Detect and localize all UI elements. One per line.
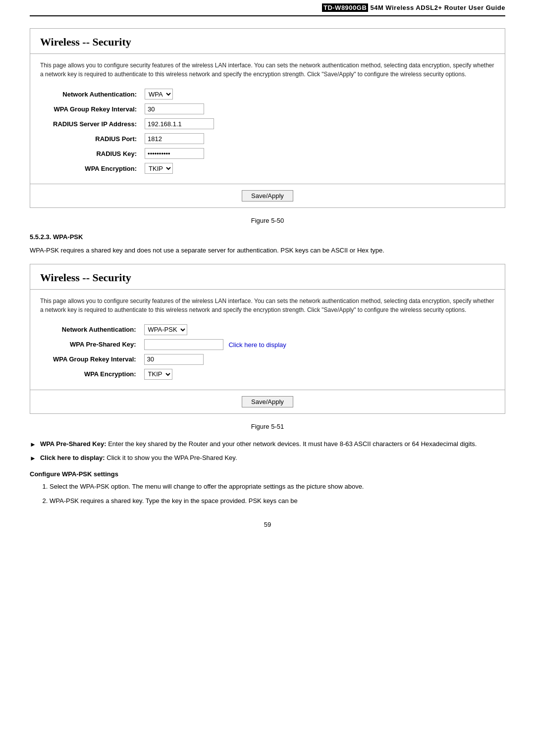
figure-caption-2: Figure 5-51 <box>30 423 505 430</box>
list-item: WPA-PSK requires a shared key. Type the … <box>50 496 505 506</box>
ordered-list: Select the WPA-PSK option. The menu will… <box>30 482 505 506</box>
field-input-wpa-enc2[interactable]: TKIP <box>141 367 289 382</box>
radius-port-input[interactable] <box>145 133 204 144</box>
page-wrapper: TD-W8900GB 54M Wireless ADSL2+ Router Us… <box>0 0 535 756</box>
field-label-radius-port: RADIUS Port: <box>50 131 142 146</box>
list-item: Select the WPA-PSK option. The menu will… <box>50 482 505 492</box>
wpa-enc-select[interactable]: TKIP <box>145 163 173 174</box>
card1-description: This page allows you to configure securi… <box>40 61 495 79</box>
table-row: WPA Group Rekey Interval: <box>50 101 217 116</box>
table-row: RADIUS Key: <box>50 146 217 161</box>
field-input-rekey[interactable] <box>142 101 217 116</box>
bullet-list: ► WPA Pre-Shared Key: Enter the key shar… <box>30 439 505 463</box>
field-input-radius-ip[interactable] <box>142 116 217 131</box>
configure-heading: Configure WPA-PSK settings <box>30 470 505 478</box>
section-paragraph-wpapsk: WPA-PSK requires a shared key and does n… <box>30 246 505 256</box>
field-label-radius-ip: RADIUS Server IP Address: <box>50 116 142 131</box>
rekey2-input[interactable] <box>144 354 204 365</box>
card2-title: Wireless -- Security <box>30 264 505 290</box>
form-table-1: Network Authentication: WPA WPA Group Re… <box>50 87 217 176</box>
security-card-2: Wireless -- Security This page allows yo… <box>30 264 505 414</box>
form-table-2: Network Authentication: WPA-PSK WPA Pre-… <box>50 322 289 382</box>
save-apply-button-2[interactable]: Save/Apply <box>242 396 293 407</box>
radius-key-input[interactable] <box>145 148 204 159</box>
list-item: ► WPA Pre-Shared Key: Enter the key shar… <box>30 439 505 450</box>
field-input-rekey2[interactable] <box>141 352 289 367</box>
field-label-wpa-enc: WPA Encryption: <box>50 161 142 176</box>
table-row: RADIUS Server IP Address: <box>50 116 217 131</box>
figure-caption-1: Figure 5-50 <box>30 217 505 224</box>
field-label-preshared: WPA Pre-Shared Key: <box>50 337 141 352</box>
field-label-net-auth: Network Authentication: <box>50 87 142 101</box>
bullet-text-1: WPA Pre-Shared Key: Enter the key shared… <box>40 439 477 449</box>
field-input-radius-port[interactable] <box>142 131 217 146</box>
field-input-net-auth[interactable]: WPA <box>142 87 217 101</box>
bullet-text-2: Click here to display: Click it to show … <box>40 453 237 463</box>
table-row: WPA Pre-Shared Key: Click here to displa… <box>50 337 289 352</box>
card2-body: This page allows you to configure securi… <box>30 290 505 390</box>
wpa-enc2-select[interactable]: TKIP <box>144 369 172 380</box>
table-row: WPA Group Rekey Interval: <box>50 352 289 367</box>
header-text: TD-W8900GB 54M Wireless ADSL2+ Router Us… <box>322 3 505 12</box>
preshared-key-input[interactable] <box>144 339 223 350</box>
security-card-1: Wireless -- Security This page allows yo… <box>30 28 505 208</box>
card2-description: This page allows you to configure securi… <box>40 297 495 314</box>
rekey-input[interactable] <box>145 103 204 114</box>
field-label-wpa-enc2: WPA Encryption: <box>50 367 141 382</box>
field-input-radius-key[interactable] <box>142 146 217 161</box>
save-apply-row-1: Save/Apply <box>30 184 505 207</box>
radius-ip-input[interactable] <box>145 118 214 129</box>
top-header: TD-W8900GB 54M Wireless ADSL2+ Router Us… <box>30 0 505 16</box>
net-auth-select[interactable]: WPA <box>145 89 173 100</box>
table-row: WPA Encryption: TKIP <box>50 161 217 176</box>
save-apply-row-2: Save/Apply <box>30 390 505 413</box>
field-input-preshared[interactable]: Click here to display <box>141 337 289 352</box>
header-subtitle: 54M Wireless ADSL2+ Router User Guide <box>368 4 505 11</box>
field-label-rekey2: WPA Group Rekey Interval: <box>50 352 141 367</box>
save-apply-button-1[interactable]: Save/Apply <box>242 190 293 202</box>
field-label-rekey: WPA Group Rekey Interval: <box>50 101 142 116</box>
section-heading-wpapsk: 5.5.2.3. WPA-PSK <box>30 233 505 241</box>
bullet-arrow-1: ► <box>30 440 36 450</box>
page-number: 59 <box>30 521 505 528</box>
click-here-to-display-link[interactable]: Click here to display <box>228 341 286 348</box>
list-item: ► Click here to display: Click it to sho… <box>30 453 505 463</box>
table-row: RADIUS Port: <box>50 131 217 146</box>
field-label-radius-key: RADIUS Key: <box>50 146 142 161</box>
table-row: WPA Encryption: TKIP <box>50 367 289 382</box>
table-row: Network Authentication: WPA <box>50 87 217 101</box>
bullet-bold-2: Click here to display: <box>40 454 105 461</box>
net-auth2-select[interactable]: WPA-PSK <box>144 324 187 335</box>
bullet-arrow-2: ► <box>30 454 36 463</box>
card1-title: Wireless -- Security <box>30 29 505 54</box>
field-input-net-auth2[interactable]: WPA-PSK <box>141 322 289 337</box>
field-label-net-auth2: Network Authentication: <box>50 322 141 337</box>
bullet-bold-1: WPA Pre-Shared Key: <box>40 440 107 448</box>
card1-body: This page allows you to configure securi… <box>30 54 505 184</box>
header-highlight: TD-W8900GB <box>322 3 368 12</box>
table-row: Network Authentication: WPA-PSK <box>50 322 289 337</box>
field-input-wpa-enc[interactable]: TKIP <box>142 161 217 176</box>
